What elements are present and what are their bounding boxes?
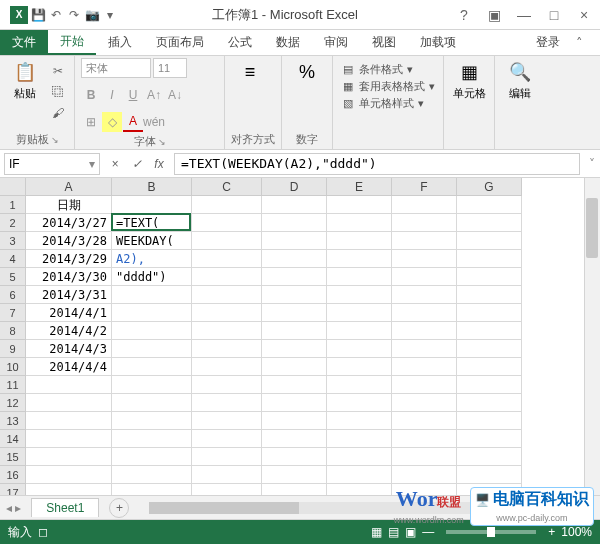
cell-B12[interactable] [112, 394, 192, 412]
col-header-C[interactable]: C [192, 178, 262, 196]
grow-font-button[interactable]: A↑ [144, 85, 164, 105]
qat-camera-icon[interactable]: 📷 [84, 7, 100, 23]
cell-A16[interactable] [26, 466, 112, 484]
cell-G1[interactable] [457, 196, 522, 214]
cell-A15[interactable] [26, 448, 112, 466]
cell-C2[interactable] [192, 214, 262, 232]
cell-D4[interactable] [262, 250, 327, 268]
font-size-combo[interactable]: 11 [153, 58, 187, 78]
cell-C4[interactable] [192, 250, 262, 268]
tab-insert[interactable]: 插入 [96, 30, 144, 55]
cell-E14[interactable] [327, 430, 392, 448]
cell-C13[interactable] [192, 412, 262, 430]
cell-F14[interactable] [392, 430, 457, 448]
cell-D9[interactable] [262, 340, 327, 358]
row-header-17[interactable]: 17 [0, 484, 26, 496]
insert-function-icon[interactable]: fx [150, 157, 168, 171]
tab-formulas[interactable]: 公式 [216, 30, 264, 55]
cell-G6[interactable] [457, 286, 522, 304]
cell-C12[interactable] [192, 394, 262, 412]
cell-D7[interactable] [262, 304, 327, 322]
cell-B5[interactable]: "dddd") [112, 268, 192, 286]
cell-styles-button[interactable]: ▧单元格样式 ▾ [341, 96, 435, 111]
cell-F3[interactable] [392, 232, 457, 250]
name-box[interactable]: IF ▾ [4, 153, 100, 175]
cell-E17[interactable] [327, 484, 392, 496]
cell-C5[interactable] [192, 268, 262, 286]
cell-A11[interactable] [26, 376, 112, 394]
cell-E4[interactable] [327, 250, 392, 268]
font-name-combo[interactable]: 宋体 [81, 58, 151, 78]
formula-input[interactable]: =TEXT(WEEKDAY(A2),"dddd") [174, 153, 580, 175]
sign-in-link[interactable]: 登录 [524, 30, 572, 55]
row-header-16[interactable]: 16 [0, 466, 26, 484]
cell-E11[interactable] [327, 376, 392, 394]
cell-B1[interactable] [112, 196, 192, 214]
cell-C15[interactable] [192, 448, 262, 466]
cell-C3[interactable] [192, 232, 262, 250]
horizontal-scrollbar[interactable] [149, 502, 592, 514]
conditional-formatting-button[interactable]: ▤条件格式 ▾ [341, 62, 435, 77]
tab-home[interactable]: 开始 [48, 30, 96, 55]
italic-button[interactable]: I [102, 85, 122, 105]
cells-area[interactable]: 日期2014/3/27=TEXT(2014/3/28WEEKDAY(2014/3… [26, 196, 522, 496]
cell-G3[interactable] [457, 232, 522, 250]
cell-A9[interactable]: 2014/4/3 [26, 340, 112, 358]
qat-customize-icon[interactable]: ▾ [102, 7, 118, 23]
cell-G15[interactable] [457, 448, 522, 466]
cell-E1[interactable] [327, 196, 392, 214]
cell-B13[interactable] [112, 412, 192, 430]
cell-F2[interactable] [392, 214, 457, 232]
cell-D10[interactable] [262, 358, 327, 376]
zoom-slider-thumb[interactable] [487, 527, 495, 537]
col-header-G[interactable]: G [457, 178, 522, 196]
cell-G12[interactable] [457, 394, 522, 412]
font-color-button[interactable]: A [123, 112, 143, 132]
row-header-9[interactable]: 9 [0, 340, 26, 358]
cell-D5[interactable] [262, 268, 327, 286]
view-page-break-icon[interactable]: ▣ [405, 525, 416, 539]
cell-D17[interactable] [262, 484, 327, 496]
cell-A7[interactable]: 2014/4/1 [26, 304, 112, 322]
cell-G2[interactable] [457, 214, 522, 232]
cell-E15[interactable] [327, 448, 392, 466]
macro-record-icon[interactable]: ◻ [38, 525, 48, 539]
border-button[interactable]: ⊞ [81, 112, 101, 132]
cell-A6[interactable]: 2014/3/31 [26, 286, 112, 304]
cell-F13[interactable] [392, 412, 457, 430]
cell-E5[interactable] [327, 268, 392, 286]
cell-F7[interactable] [392, 304, 457, 322]
tab-review[interactable]: 审阅 [312, 30, 360, 55]
cell-B8[interactable] [112, 322, 192, 340]
cell-D6[interactable] [262, 286, 327, 304]
view-page-layout-icon[interactable]: ▤ [388, 525, 399, 539]
name-box-dropdown-icon[interactable]: ▾ [89, 157, 95, 171]
cell-D3[interactable] [262, 232, 327, 250]
cell-E9[interactable] [327, 340, 392, 358]
sheet-tab-1[interactable]: Sheet1 [31, 498, 99, 517]
cell-F16[interactable] [392, 466, 457, 484]
row-header-6[interactable]: 6 [0, 286, 26, 304]
formula-enter-icon[interactable]: ✓ [128, 157, 146, 171]
cell-F15[interactable] [392, 448, 457, 466]
row-header-15[interactable]: 15 [0, 448, 26, 466]
cell-B9[interactable] [112, 340, 192, 358]
cell-B2[interactable]: =TEXT( [112, 214, 192, 232]
zoom-in-icon[interactable]: + [548, 525, 555, 539]
cell-G5[interactable] [457, 268, 522, 286]
row-header-11[interactable]: 11 [0, 376, 26, 394]
font-launcher-icon[interactable]: ↘ [158, 137, 166, 147]
cell-A10[interactable]: 2014/4/4 [26, 358, 112, 376]
cell-D2[interactable] [262, 214, 327, 232]
cells-button[interactable]: ▦单元格 [450, 58, 488, 103]
cell-A5[interactable]: 2014/3/30 [26, 268, 112, 286]
cell-E3[interactable] [327, 232, 392, 250]
cell-C7[interactable] [192, 304, 262, 322]
restore-icon[interactable]: □ [542, 7, 566, 23]
cell-B17[interactable] [112, 484, 192, 496]
fill-color-button[interactable]: ◇ [102, 112, 122, 132]
formula-cancel-icon[interactable]: × [106, 157, 124, 171]
underline-button[interactable]: U [123, 85, 143, 105]
row-header-3[interactable]: 3 [0, 232, 26, 250]
cut-icon[interactable]: ✂ [48, 62, 68, 80]
